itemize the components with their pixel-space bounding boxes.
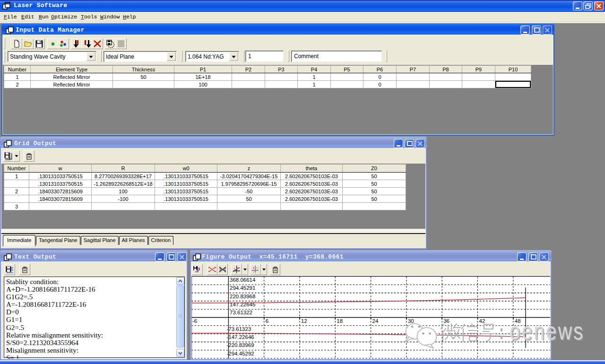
svg-text:-220.83969: -220.83969 (227, 342, 254, 348)
svg-text:294.45291: 294.45291 (230, 285, 255, 291)
svg-text:368.06614: 368.06614 (230, 277, 256, 283)
svg-text:-73.61323: -73.61323 (227, 326, 251, 332)
svg-text:73.61322: 73.61322 (230, 310, 252, 315)
svg-text:6: 6 (266, 318, 268, 324)
svg-text:-294.45292: -294.45292 (227, 351, 254, 356)
svg-text:147.22645: 147.22645 (230, 302, 255, 307)
svg-text:-6: -6 (192, 318, 197, 324)
svg-text:-147.22646: -147.22646 (227, 334, 254, 340)
svg-text:220.83968: 220.83968 (230, 294, 255, 299)
svg-text:oenews: oenews (510, 317, 585, 345)
svg-text:12: 12 (301, 318, 307, 324)
svg-text:24: 24 (372, 318, 379, 324)
svg-text:18: 18 (337, 318, 343, 324)
